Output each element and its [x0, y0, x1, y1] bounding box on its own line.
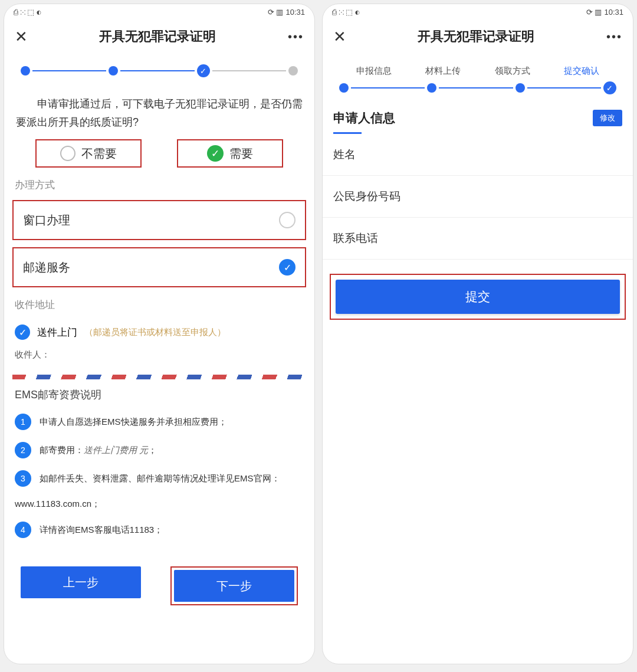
next-button-highlight: 下一步: [170, 566, 298, 605]
ems-item-3: 3 如邮件丢失、资料泄露、邮件逾期等情况处理详见EMS官网：: [15, 470, 304, 487]
ems-item-4: 4 详情咨询EMS客服电话11183；: [15, 522, 304, 538]
step-dot-1: [21, 66, 30, 76]
phone-left: ⎙ ⁙ ⬚ ◐ ⟳ ▥ 10:31 ✕ 开具无犯罪记录证明 ••• ✓ 申请审批…: [4, 4, 315, 664]
applicant-info-header: 申请人信息 修改: [323, 100, 633, 129]
door-delivery-hint: （邮递员将证书或材料送至申报人）: [84, 327, 226, 338]
ems-item-2: 2 邮寄费用：送件上门费用 元；: [15, 442, 304, 458]
step-dot-3-check: ✓: [197, 64, 210, 77]
page-title: 开具无犯罪记录证明: [418, 28, 534, 45]
status-left-icons: ⎙ ⁙ ⬚ ◐: [332, 8, 360, 17]
radio-checked-icon: ✓: [207, 145, 224, 162]
submit-button[interactable]: 提交: [336, 280, 620, 314]
step-line: [527, 87, 601, 88]
step-line: [351, 87, 425, 88]
choice-need[interactable]: ✓ 需要: [177, 139, 283, 168]
status-bar: ⎙ ⁙ ⬚ ◐ ⟳ ▥ 10:31: [4, 4, 314, 19]
status-bar: ⎙ ⁙ ⬚ ◐ ⟳ ▥ 10:31: [323, 4, 633, 19]
step-dot-2: [427, 83, 436, 93]
step-line: [32, 70, 106, 71]
step-dot-1: [339, 83, 349, 93]
prev-button[interactable]: 上一步: [21, 566, 141, 598]
paper-cert-prompt: 申请审批通过后，可下载电子无犯罪记录证明，是否仍需要派出所开具的纸质证明?: [4, 86, 314, 139]
number-badge-icon: 1: [15, 414, 31, 430]
radio-unchecked-icon: [279, 212, 295, 228]
status-right: ⟳ ▥ 10:31: [268, 8, 305, 17]
nav-bar: ✕ 开具无犯罪记录证明 •••: [323, 19, 633, 54]
choice-not-need-label: 不需要: [81, 146, 117, 162]
ems-item-1-text: 申请人自愿选择EMS快递服务并承担相应费用；: [40, 417, 227, 428]
airmail-stripe: [12, 375, 306, 379]
page-title: 开具无犯罪记录证明: [99, 28, 216, 45]
close-button[interactable]: ✕: [15, 28, 28, 46]
field-phone: 联系电话: [323, 218, 633, 260]
choice-not-need[interactable]: 不需要: [35, 139, 142, 168]
next-button[interactable]: 下一步: [174, 570, 294, 602]
status-network-icon: ⟳ ▥: [268, 8, 284, 17]
number-badge-icon: 4: [15, 522, 31, 538]
phone-right: ⎙ ⁙ ⬚ ◐ ⟳ ▥ 10:31 ✕ 开具无犯罪记录证明 ••• 申报信息 材…: [322, 4, 633, 664]
step-dot-3: [515, 83, 525, 93]
edit-button[interactable]: 修改: [593, 110, 622, 126]
field-citizen-id: 公民身份号码: [323, 176, 633, 218]
choice-need-label: 需要: [229, 146, 253, 162]
handle-method-title: 办理方式: [4, 171, 314, 196]
stepper: ✓: [4, 54, 314, 86]
option-window-label: 窗口办理: [23, 212, 70, 228]
ems-item-1: 1 申请人自愿选择EMS快递服务并承担相应费用；: [15, 414, 304, 430]
option-mail-label: 邮递服务: [23, 260, 70, 276]
step-label-4: 提交确认: [547, 65, 617, 77]
more-button[interactable]: •••: [288, 30, 304, 44]
door-delivery-row[interactable]: ✓ 送件上门 （邮递员将证书或材料送至申报人）: [4, 316, 314, 343]
close-button[interactable]: ✕: [333, 28, 346, 46]
status-time: 10:31: [604, 8, 623, 17]
radio-checked-icon: ✓: [279, 259, 295, 276]
submit-highlight: 提交: [330, 274, 626, 320]
bottom-nav-bar: 上一步 下一步: [4, 558, 314, 619]
stepper-labeled: 申报信息 材料上传 领取方式 提交确认 ✓: [323, 54, 633, 100]
more-button[interactable]: •••: [606, 30, 622, 44]
step-label-2: 材料上传: [409, 65, 478, 77]
step-dot-4: [288, 66, 298, 76]
paper-cert-choice-row: 不需要 ✓ 需要: [4, 139, 314, 171]
number-badge-icon: 2: [15, 442, 31, 458]
submit-wrap: 提交: [323, 260, 633, 334]
status-network-icon: ⟳ ▥: [586, 8, 602, 17]
step-label-1: 申报信息: [339, 65, 409, 77]
status-right: ⟳ ▥ 10:31: [586, 8, 623, 17]
status-time: 10:31: [285, 8, 305, 17]
option-window-service[interactable]: 窗口办理: [12, 200, 306, 240]
ems-fee-variable: 送件上门费用 元: [84, 445, 148, 455]
radio-unchecked-icon: [60, 146, 75, 161]
door-delivery-label: 送件上门: [37, 326, 77, 339]
recipient-address-title: 收件地址: [4, 291, 314, 316]
ems-item-3-text: 如邮件丢失、资料泄露、邮件逾期等情况处理详见EMS官网：: [40, 473, 280, 484]
step-dot-2: [109, 66, 118, 76]
step-dot-4-check: ✓: [603, 81, 616, 94]
ems-item-2-text: 邮寄费用：送件上门费用 元；: [40, 445, 157, 456]
status-left-icons: ⎙ ⁙ ⬚ ◐: [14, 8, 41, 17]
step-line: [120, 70, 194, 71]
nav-bar: ✕ 开具无犯罪记录证明 •••: [4, 19, 314, 54]
option-mail-service[interactable]: 邮递服务 ✓: [12, 247, 306, 287]
applicant-info-title: 申请人信息: [333, 110, 395, 126]
step-label-3: 领取方式: [478, 65, 547, 77]
ems-item-4-text: 详情咨询EMS客服电话11183；: [40, 525, 163, 536]
checkbox-checked-icon: ✓: [15, 324, 30, 340]
ems-url: www.11183.com.cn；: [15, 499, 304, 510]
ems-fee-title: EMS邮寄资费说明: [15, 388, 304, 402]
field-name: 姓名: [323, 134, 633, 176]
number-badge-icon: 3: [15, 470, 31, 487]
recipient-label: 收件人：: [4, 343, 314, 371]
step-line: [439, 87, 513, 88]
step-line: [212, 70, 286, 71]
ems-fee-block: EMS邮寄资费说明 1 申请人自愿选择EMS快递服务并承担相应费用； 2 邮寄费…: [4, 379, 314, 558]
